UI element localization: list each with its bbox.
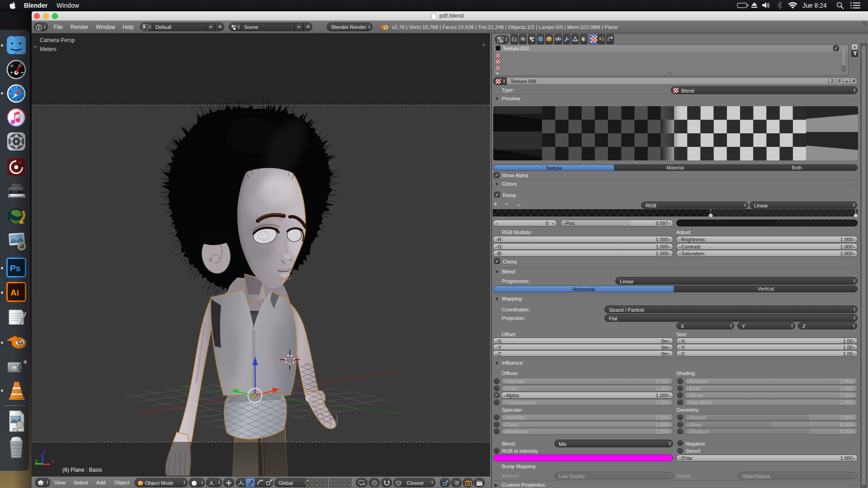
svg-text:x: x — [52, 458, 54, 464]
svg-text:z: z — [43, 448, 46, 454]
svg-text:✈: ✈ — [10, 70, 14, 75]
svg-text:y: y — [35, 458, 38, 464]
svg-text:@: @ — [10, 64, 14, 68]
